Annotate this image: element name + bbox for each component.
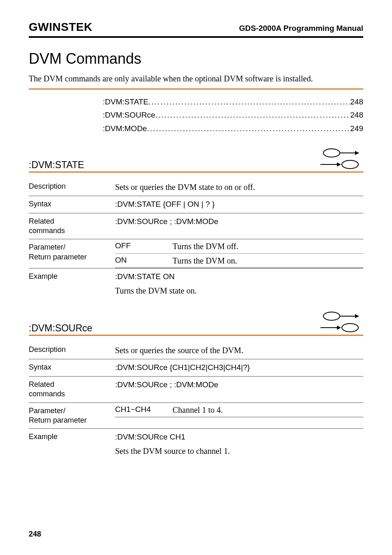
toc-label: :DVM:SOURce <box>103 109 155 122</box>
param-val: Turns the DVM on. <box>173 254 363 268</box>
section-title: DVM Commands <box>29 50 363 67</box>
command-header: :DVM:SOURce <box>29 311 363 334</box>
row-label: Syntax <box>29 359 115 377</box>
row-value: Sets or queries the source of the DVM. <box>115 342 363 359</box>
svg-marker-2 <box>355 151 359 155</box>
command-name: :DVM:STATE <box>29 160 84 171</box>
toc-row: :DVM:MODe ..............................… <box>103 122 363 135</box>
param-key: ON <box>115 254 173 268</box>
row-value: :DVM:STATE {OFF | ON | ? } <box>115 196 363 213</box>
row-label: Description <box>29 342 115 359</box>
command-name: :DVM:SOURce <box>29 323 92 334</box>
svg-marker-10 <box>337 326 341 330</box>
row-value: :DVM:SOURce {CH1|CH2|CH3|CH4|?} <box>115 359 363 377</box>
toc-page: 248 <box>350 95 363 109</box>
svg-point-0 <box>323 149 340 157</box>
row-label: Example <box>29 429 115 460</box>
divider <box>29 171 363 173</box>
toc-page: 248 <box>350 109 363 122</box>
row-value: :DVM:SOURce CH1 Sets the DVM source to c… <box>115 429 363 460</box>
toc-label: :DVM:STATE <box>103 95 148 109</box>
param-key: OFF <box>115 239 173 254</box>
command-header: :DVM:STATE <box>29 148 363 171</box>
row-value: :DVM:SOURce ; :DVM:MODe <box>115 213 363 239</box>
svg-point-6 <box>323 312 340 320</box>
param-table: OFF Turns the DVM off. ON Turns the DVM … <box>115 239 363 268</box>
svg-marker-4 <box>337 162 341 166</box>
toc-dots: ........................................… <box>155 109 350 122</box>
divider <box>29 88 363 90</box>
page-number: 248 <box>29 530 41 539</box>
example-command: :DVM:SOURce CH1 <box>115 432 361 442</box>
row-label: Parameter/Return parameter <box>29 239 115 268</box>
svg-point-5 <box>342 160 358 169</box>
toc-row: :DVM:STATE .............................… <box>103 95 363 109</box>
row-label: Syntax <box>29 196 115 213</box>
definition-table: Description Sets or queries the DVM stat… <box>29 178 363 299</box>
param-val: Turns the DVM off. <box>173 239 363 254</box>
example-description: Turns the DVM state on. <box>115 285 361 296</box>
toc-page: 249 <box>350 122 363 135</box>
row-value: :DVM:STATE ON Turns the DVM state on. <box>115 268 363 299</box>
param-table: CH1~CH4 Channel 1 to 4. <box>115 403 363 417</box>
section-intro: The DVM commands are only available when… <box>29 73 363 84</box>
brand-logo: GWINSTEK <box>29 21 92 34</box>
manual-title: GDS-2000A Programming Manual <box>239 24 363 33</box>
svg-marker-8 <box>355 314 359 318</box>
row-label: Relatedcommands <box>29 376 115 402</box>
definition-table: Description Sets or queries the source o… <box>29 342 363 460</box>
row-label: Parameter/Return parameter <box>29 402 115 429</box>
toc: :DVM:STATE .............................… <box>103 95 363 135</box>
set-query-icon <box>318 311 363 334</box>
example-command: :DVM:STATE ON <box>115 272 361 282</box>
param-val: Channel 1 to 4. <box>173 403 363 417</box>
svg-point-11 <box>342 324 358 332</box>
toc-label: :DVM:MODe <box>103 122 147 135</box>
row-value: Sets or queries the DVM state to on or o… <box>115 178 363 196</box>
divider <box>29 335 363 336</box>
set-query-icon <box>318 148 363 171</box>
toc-dots: ........................................… <box>147 122 350 135</box>
toc-dots: ........................................… <box>148 95 350 109</box>
row-label: Relatedcommands <box>29 213 115 239</box>
page-header: GWINSTEK GDS-2000A Programming Manual <box>29 21 363 38</box>
row-label: Description <box>29 178 115 196</box>
row-label: Example <box>29 268 115 299</box>
row-value: :DVM:SOURce ; :DVM:MODe <box>115 376 363 402</box>
example-description: Sets the DVM source to channel 1. <box>115 446 361 456</box>
param-key: CH1~CH4 <box>115 403 173 417</box>
toc-row: :DVM:SOURce ............................… <box>103 109 363 122</box>
